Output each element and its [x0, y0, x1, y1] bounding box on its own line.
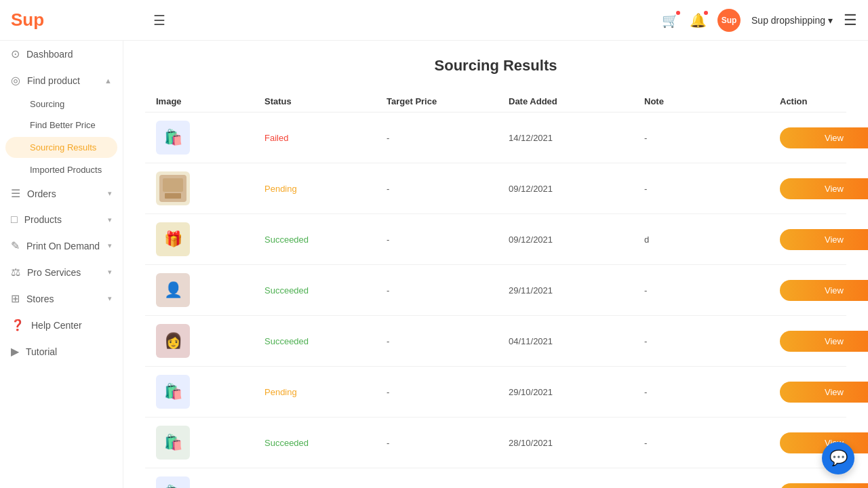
- chevron-down-icon: ▾: [108, 189, 112, 198]
- table-header: Image Status Target Price Date Added Not…: [145, 91, 846, 113]
- status-badge: Pending: [264, 387, 387, 397]
- date-added: 09/12/2021: [509, 235, 644, 245]
- note: -: [644, 438, 780, 448]
- status-badge: Succeeded: [264, 235, 387, 245]
- sidebar-item-label: Print On Demand: [26, 241, 100, 251]
- target-price: -: [387, 184, 509, 194]
- target-price: -: [387, 438, 509, 448]
- sourcing-results-table: Image Status Target Price Date Added Not…: [145, 91, 846, 488]
- view-button[interactable]: View: [780, 280, 868, 301]
- chevron-down-icon: ▾: [108, 241, 112, 250]
- chat-bubble[interactable]: 💬: [822, 442, 854, 474]
- product-thumbnail: 🎁: [156, 222, 190, 256]
- sidebar-item-tutorial[interactable]: ▶ Tutorial: [0, 338, 123, 365]
- sidebar-item-find-product[interactable]: ◎ Find product ▲: [0, 67, 123, 94]
- find-product-icon: ◎: [11, 74, 20, 87]
- table-row: 👤 Succeeded - 29/11/2021 - View: [145, 265, 846, 316]
- date-added: 09/12/2021: [509, 184, 644, 194]
- tutorial-icon: ▶: [11, 345, 19, 358]
- bell-badge: [703, 9, 709, 16]
- sidebar-item-stores[interactable]: ⊞ Stores ▾: [0, 285, 123, 312]
- svg-rect-1: [163, 178, 183, 192]
- chevron-down-icon: ▾: [828, 15, 833, 26]
- status-badge: Failed: [264, 133, 387, 143]
- topbar: Sup ☰ 🛒 🔔 Sup Sup dropshipping ▾ ☰: [0, 0, 868, 41]
- view-button[interactable]: View: [780, 127, 868, 148]
- sidebar-item-pro-services[interactable]: ⚖ Pro Services ▾: [0, 259, 123, 285]
- sidebar-item-print-on-demand[interactable]: ✎ Print On Demand ▾: [0, 232, 123, 259]
- view-button[interactable]: View: [780, 331, 868, 352]
- date-added: 04/11/2021: [509, 336, 644, 346]
- view-button[interactable]: View: [780, 178, 868, 199]
- table-row: 🛍️ Succeeded - 28/10/2021 - View: [145, 418, 846, 468]
- col-date-added: Date Added: [509, 96, 644, 106]
- view-button[interactable]: View: [780, 229, 868, 250]
- product-thumbnail: 🛍️: [156, 121, 190, 155]
- product-thumbnail: 🛍️: [156, 476, 190, 488]
- sidebar-sub-sourcing[interactable]: Sourcing: [0, 94, 123, 115]
- product-thumbnail: 🛍️: [156, 375, 190, 409]
- topbar-left: Sup: [11, 9, 134, 30]
- col-target-price: Target Price: [387, 96, 509, 106]
- product-thumbnail: 👩: [156, 324, 190, 358]
- sidebar-sub-find-better-price[interactable]: Find Better Price: [0, 115, 123, 136]
- note: -: [644, 387, 780, 397]
- sidebar-item-orders[interactable]: ☰ Orders ▾: [0, 180, 123, 207]
- print-icon: ✎: [11, 239, 20, 252]
- sidebar-item-label: Find product: [27, 75, 80, 86]
- target-price: -: [387, 336, 509, 346]
- chevron-down-icon: ▾: [108, 294, 112, 303]
- products-icon: □: [11, 214, 18, 226]
- sidebar-item-help-center[interactable]: ❓ Help Center: [0, 312, 123, 338]
- col-note: Note: [644, 96, 780, 106]
- table-row: 👩 Succeeded - 04/11/2021 - View: [145, 316, 846, 367]
- col-image: Image: [156, 96, 264, 106]
- page-title: Sourcing Results: [145, 57, 846, 75]
- product-thumbnail: [156, 171, 190, 205]
- bell-icon[interactable]: 🔔: [690, 12, 707, 28]
- table-row: 🛍️ Pending - 29/10/2021 - View: [145, 367, 846, 418]
- view-button[interactable]: View: [780, 483, 868, 489]
- menu-icon[interactable]: ☰: [844, 12, 857, 29]
- table-row: 🛍️ Failed - 22/10/2021 - View: [145, 468, 846, 488]
- product-thumbnail: 👤: [156, 273, 190, 307]
- main-content: Sourcing Results Image Status Target Pri…: [123, 41, 868, 488]
- sidebar-item-dashboard[interactable]: ⊙ Dashboard: [0, 41, 123, 67]
- target-price: -: [387, 133, 509, 143]
- product-thumbnail: 🛍️: [156, 426, 190, 460]
- sidebar-item-label: Tutorial: [26, 346, 57, 357]
- sidebar-item-label: Pro Services: [27, 267, 81, 278]
- chevron-down-icon: ▾: [108, 268, 112, 277]
- user-name[interactable]: Sup dropshipping ▾: [751, 15, 833, 26]
- table-row: Pending - 09/12/2021 - View: [145, 163, 846, 214]
- sidebar: ⊙ Dashboard ◎ Find product ▲ Sourcing Fi…: [0, 41, 123, 488]
- col-status: Status: [264, 96, 387, 106]
- orders-icon: ☰: [11, 187, 20, 200]
- pro-services-icon: ⚖: [11, 266, 20, 279]
- sidebar-item-label: Dashboard: [26, 49, 73, 60]
- date-added: 28/10/2021: [509, 438, 644, 448]
- sidebar-item-products[interactable]: □ Products ▾: [0, 207, 123, 232]
- sidebar-item-label: Products: [24, 214, 62, 225]
- view-button[interactable]: View: [780, 382, 868, 403]
- sidebar-sub-sourcing-results[interactable]: Sourcing Results: [5, 137, 117, 158]
- sidebar-item-label: Orders: [27, 188, 56, 199]
- target-price: -: [387, 235, 509, 245]
- table-row: 🎁 Succeeded - 09/12/2021 d View: [145, 214, 846, 265]
- note: -: [644, 336, 780, 346]
- table-row: 🛍️ Failed - 14/12/2021 - View: [145, 113, 846, 163]
- status-badge: Pending: [264, 184, 387, 194]
- note: -: [644, 184, 780, 194]
- sidebar-sub-imported-products[interactable]: Imported Products: [0, 159, 123, 180]
- cart-icon[interactable]: 🛒: [662, 12, 679, 28]
- target-price: -: [387, 285, 509, 296]
- note: -: [644, 285, 780, 296]
- chevron-up-icon: ▲: [104, 77, 112, 85]
- chat-icon: 💬: [829, 449, 848, 467]
- stores-icon: ⊞: [11, 292, 20, 305]
- hamburger-icon[interactable]: ☰: [153, 12, 165, 28]
- date-added: 29/11/2021: [509, 285, 644, 296]
- status-badge: Succeeded: [264, 336, 387, 346]
- help-icon: ❓: [11, 319, 24, 331]
- topbar-right: 🛒 🔔 Sup Sup dropshipping ▾ ☰: [662, 9, 857, 32]
